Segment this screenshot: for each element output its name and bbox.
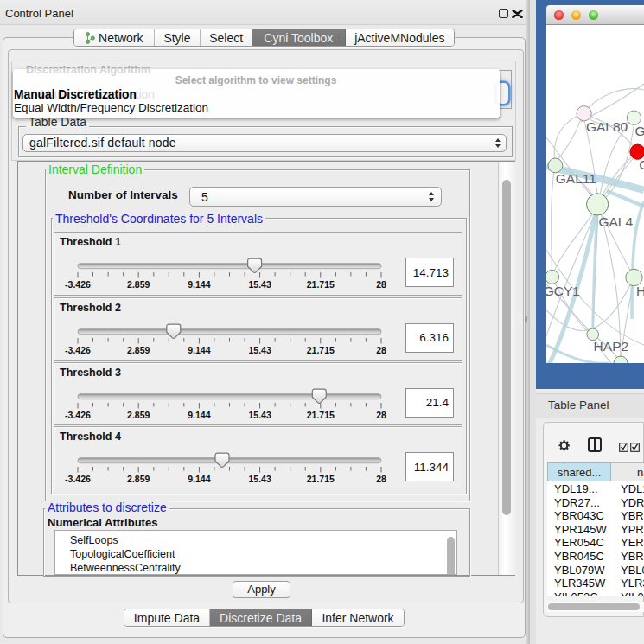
svg-text:GCY1: GCY1 [546,284,580,298]
svg-text:21.715: 21.715 [307,474,335,484]
svg-text:-3.426: -3.426 [65,279,91,290]
svg-text:9.144: 9.144 [188,279,210,290]
svg-text:9.144: 9.144 [188,410,210,420]
svg-text:21.715: 21.715 [307,279,335,290]
svg-text:15.43: 15.43 [248,410,271,420]
svg-text:9.144: 9.144 [188,345,210,355]
svg-text:28: 28 [376,410,386,420]
svg-text:15.43: 15.43 [248,279,271,290]
svg-text:9.144: 9.144 [188,474,210,484]
svg-text:GAL80: GAL80 [586,119,628,134]
svg-text:H: H [636,284,644,298]
svg-text:28: 28 [376,345,386,355]
svg-text:15.43: 15.43 [248,345,271,355]
svg-text:GAL4: GAL4 [598,214,633,229]
svg-text:21.715: 21.715 [307,410,335,420]
svg-text:HAP2: HAP2 [594,339,629,354]
svg-text:21.715: 21.715 [307,345,335,355]
svg-text:C: C [639,157,644,172]
svg-text:-3.426: -3.426 [65,345,91,355]
svg-text:28: 28 [376,279,386,290]
svg-text:-3.426: -3.426 [65,474,91,484]
svg-text:GA: GA [634,124,644,138]
svg-text:2.859: 2.859 [127,474,150,484]
svg-text:15.43: 15.43 [248,474,271,484]
svg-text:-3.426: -3.426 [65,410,91,420]
svg-text:GAL11: GAL11 [556,171,596,186]
svg-text:2.859: 2.859 [127,345,150,355]
svg-text:2.859: 2.859 [127,279,150,290]
svg-text:2.859: 2.859 [127,410,150,420]
svg-text:28: 28 [376,474,386,484]
